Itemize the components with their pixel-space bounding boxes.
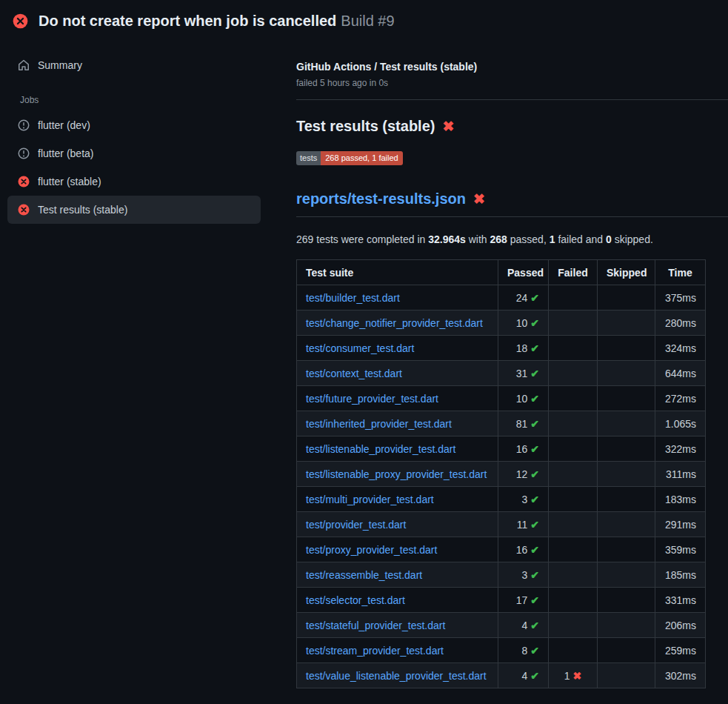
cross-icon: ✖ <box>573 670 582 682</box>
check-icon: ✔ <box>530 620 539 631</box>
test-suite-link[interactable]: test/builder_test.dart <box>306 292 400 304</box>
skipped-cell <box>598 562 655 588</box>
cross-mark-icon: ✖ <box>442 119 454 133</box>
sidebar-item-summary[interactable]: Summary <box>7 52 261 79</box>
report-link[interactable]: reports/test-results.json <box>296 190 466 207</box>
test-suite-link[interactable]: test/selector_test.dart <box>306 594 405 606</box>
test-suite-link[interactable]: test/stream_provider_test.dart <box>306 645 444 657</box>
skipped-cell <box>598 512 655 537</box>
test-suite-link[interactable]: test/proxy_provider_test.dart <box>306 544 437 556</box>
skipped-cell <box>598 588 655 613</box>
table-header-row: Test suite Passed Failed Skipped Time <box>297 260 706 285</box>
time-cell: 322ms <box>655 436 706 462</box>
sidebar-job-item[interactable]: Test results (stable) <box>7 196 261 224</box>
x-circle-icon <box>18 204 30 216</box>
failed-cell <box>549 361 598 386</box>
table-row: test/multi_provider_test.dart 3✔ 183ms <box>297 487 706 512</box>
report-title: reports/test-results.json ✖ <box>296 190 728 217</box>
table-row: test/proxy_provider_test.dart 16✔ 359ms <box>297 537 706 562</box>
check-title-text: Test results (stable) <box>296 118 435 135</box>
x-circle-icon <box>18 176 30 187</box>
skipped-cell <box>598 487 655 512</box>
check-icon: ✔ <box>530 342 539 354</box>
skipped-cell <box>598 285 655 311</box>
job-label: flutter (dev) <box>38 119 90 131</box>
failed-cell <box>549 512 598 537</box>
table-row: test/selector_test.dart 17✔ 331ms <box>297 588 706 613</box>
badge-label: tests <box>296 151 321 165</box>
skipped-cell <box>598 537 655 562</box>
x-circle-icon <box>13 13 28 29</box>
skipped-cell <box>598 462 655 487</box>
check-icon: ✔ <box>530 292 539 304</box>
passed-cell: 16✔ <box>498 537 549 562</box>
column-header-passed: Passed <box>498 260 549 285</box>
check-icon: ✔ <box>530 519 539 531</box>
home-icon <box>18 59 30 71</box>
failed-cell <box>549 537 598 562</box>
build-number: Build #9 <box>341 13 394 29</box>
passed-cell: 4✔ <box>498 613 549 638</box>
failed-cell <box>549 462 598 487</box>
table-row: test/change_notifier_provider_test.dart … <box>297 311 706 336</box>
test-suite-link[interactable]: test/inherited_provider_test.dart <box>306 418 452 430</box>
alert-circle-icon <box>18 147 30 159</box>
table-row: test/value_listenable_provider_test.dart… <box>297 663 706 688</box>
time-cell: 272ms <box>655 386 706 411</box>
time-cell: 302ms <box>655 663 706 688</box>
passed-cell: 81✔ <box>498 411 549 436</box>
failed-cell: 1✖ <box>549 663 598 688</box>
check-icon: ✔ <box>530 594 539 606</box>
check-icon: ✔ <box>530 645 539 657</box>
sidebar-job-item[interactable]: flutter (dev) <box>7 111 261 139</box>
table-row: test/future_provider_test.dart 10✔ 272ms <box>297 386 706 411</box>
failed-cell <box>549 285 598 311</box>
passed-cell: 10✔ <box>498 386 549 411</box>
sidebar-summary-label: Summary <box>38 59 82 71</box>
skipped-cell <box>598 336 655 361</box>
test-suite-link[interactable]: test/reassemble_test.dart <box>306 569 422 581</box>
test-suite-link[interactable]: test/context_test.dart <box>306 368 402 379</box>
summary-line: 269 tests were completed in 32.964s with… <box>296 233 705 245</box>
failed-cell <box>549 487 598 512</box>
table-row: test/builder_test.dart 24✔ 375ms <box>297 285 706 311</box>
page-title: Do not create report when job is cancell… <box>39 13 395 30</box>
time-cell: 1.065s <box>655 411 706 436</box>
check-icon: ✔ <box>530 317 539 329</box>
table-row: test/reassemble_test.dart 3✔ 185ms <box>297 562 706 588</box>
job-label: Test results (stable) <box>38 204 127 216</box>
test-suite-link[interactable]: test/multi_provider_test.dart <box>306 494 434 505</box>
test-suite-link[interactable]: test/value_listenable_provider_test.dart <box>306 670 487 682</box>
main-content: GitHub Actions / Test results (stable) f… <box>281 39 728 688</box>
passed-cell: 3✔ <box>498 562 549 588</box>
skipped-cell <box>598 361 655 386</box>
skipped-cell <box>598 311 655 336</box>
jobs-heading: Jobs <box>7 79 261 111</box>
passed-cell: 16✔ <box>498 436 549 462</box>
check-icon: ✔ <box>530 443 539 455</box>
column-header-failed: Failed <box>549 260 598 285</box>
test-suite-link[interactable]: test/stateful_provider_test.dart <box>306 620 445 631</box>
run-meta: failed 5 hours ago in 0s <box>296 78 705 88</box>
check-icon: ✔ <box>530 670 539 682</box>
run-title-text: Do not create report when job is cancell… <box>39 13 336 29</box>
test-suite-link[interactable]: test/consumer_test.dart <box>306 342 414 354</box>
test-suite-link[interactable]: test/listenable_proxy_provider_test.dart <box>306 468 487 480</box>
passed-cell: 17✔ <box>498 588 549 613</box>
table-row: test/inherited_provider_test.dart 81✔ 1.… <box>297 411 706 436</box>
run-header: Do not create report when job is cancell… <box>0 0 728 39</box>
jobs-list: flutter (dev) flutter (beta) flutter (st… <box>7 111 261 224</box>
test-suite-link[interactable]: test/change_notifier_provider_test.dart <box>306 317 483 329</box>
passed-cell: 12✔ <box>498 462 549 487</box>
test-suite-link[interactable]: test/listenable_provider_test.dart <box>306 443 455 455</box>
test-suite-link[interactable]: test/provider_test.dart <box>306 519 406 531</box>
failed-cell <box>549 562 598 588</box>
failed-cell <box>549 613 598 638</box>
sidebar-job-item[interactable]: flutter (stable) <box>7 167 261 196</box>
test-suite-link[interactable]: test/future_provider_test.dart <box>306 393 438 405</box>
tests-badge: tests 268 passed, 1 failed <box>296 151 403 165</box>
table-row: test/listenable_proxy_provider_test.dart… <box>297 462 706 487</box>
check-icon: ✔ <box>530 468 539 480</box>
badge-value: 268 passed, 1 failed <box>321 151 402 165</box>
sidebar-job-item[interactable]: flutter (beta) <box>7 139 261 167</box>
